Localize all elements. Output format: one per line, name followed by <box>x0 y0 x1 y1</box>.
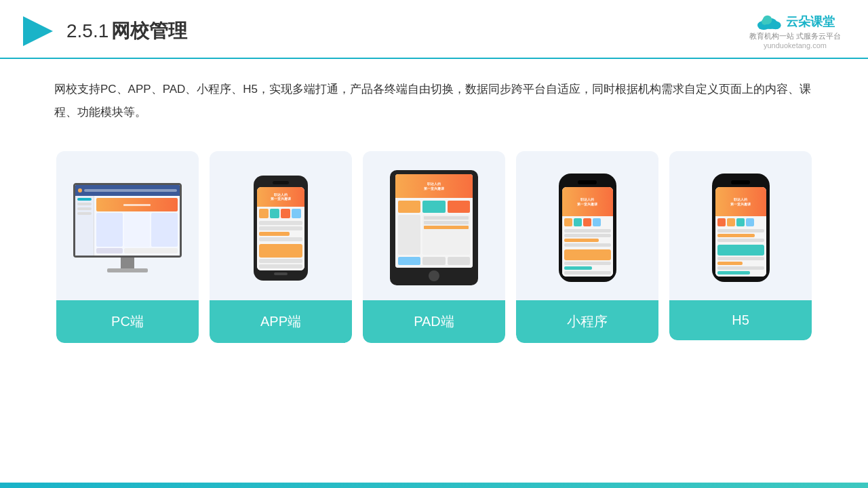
h5-phone-icon: 职达人的第一堂兴趣课 <box>712 174 770 282</box>
card-pad: 职达人的第一堂兴趣课 <box>363 151 505 343</box>
logo-url: yunduoketang.com <box>764 41 827 49</box>
card-pc-label: PC端 <box>56 300 199 343</box>
card-pc-image <box>56 151 199 300</box>
pc-monitor-icon <box>73 183 182 272</box>
card-pad-image: 职达人的第一堂兴趣课 <box>363 151 505 300</box>
cloud-icon <box>755 12 782 31</box>
card-h5: 职达人的第一堂兴趣课 <box>669 151 812 340</box>
header-left: 2.5.1网校管理 <box>20 14 187 49</box>
logo-name: 云朵课堂 <box>786 14 835 30</box>
play-icon <box>20 14 56 49</box>
logo-slogan: 教育机构一站 式服务云平台 <box>749 31 841 41</box>
card-miniprogram-image: 职达人的第一堂兴趣课 <box>516 151 658 300</box>
logo-cloud: 云朵课堂 <box>755 12 835 31</box>
card-pc: PC端 <box>56 151 199 343</box>
card-miniprogram-label: 小程序 <box>516 300 658 343</box>
svg-point-6 <box>762 18 768 24</box>
logo-area: 云朵课堂 教育机构一站 式服务云平台 yunduoketang.com <box>749 12 841 49</box>
card-app: 职达人的第一堂兴趣课 <box>210 151 352 343</box>
bottom-bar <box>0 483 868 488</box>
description-text: 网校支持PC、APP、PAD、小程序、H5，实现多端打通，产品各终端自由切换，数… <box>0 59 868 131</box>
miniprogram-phone-icon: 职达人的第一堂兴趣课 <box>559 174 616 282</box>
platform-cards: PC端 职达人的第一堂兴趣课 <box>0 138 868 357</box>
card-pad-label: PAD端 <box>363 300 505 343</box>
card-miniprogram: 职达人的第一堂兴趣课 <box>516 151 658 343</box>
app-phone-icon: 职达人的第一堂兴趣课 <box>254 176 308 281</box>
card-app-label: APP端 <box>210 300 352 343</box>
page-title-number: 2.5.1 <box>66 20 108 41</box>
pad-tablet-icon: 职达人的第一堂兴趣课 <box>390 170 478 285</box>
svg-rect-4 <box>760 24 778 29</box>
svg-marker-0 <box>23 16 53 46</box>
card-h5-image: 职达人的第一堂兴趣课 <box>669 151 812 300</box>
card-h5-label: H5 <box>669 300 812 340</box>
page-title: 2.5.1网校管理 <box>66 18 187 44</box>
page-header: 2.5.1网校管理 云朵课堂 教育机构一站 式服务云平台 yunduoketan… <box>0 0 868 59</box>
card-app-image: 职达人的第一堂兴趣课 <box>210 151 352 300</box>
